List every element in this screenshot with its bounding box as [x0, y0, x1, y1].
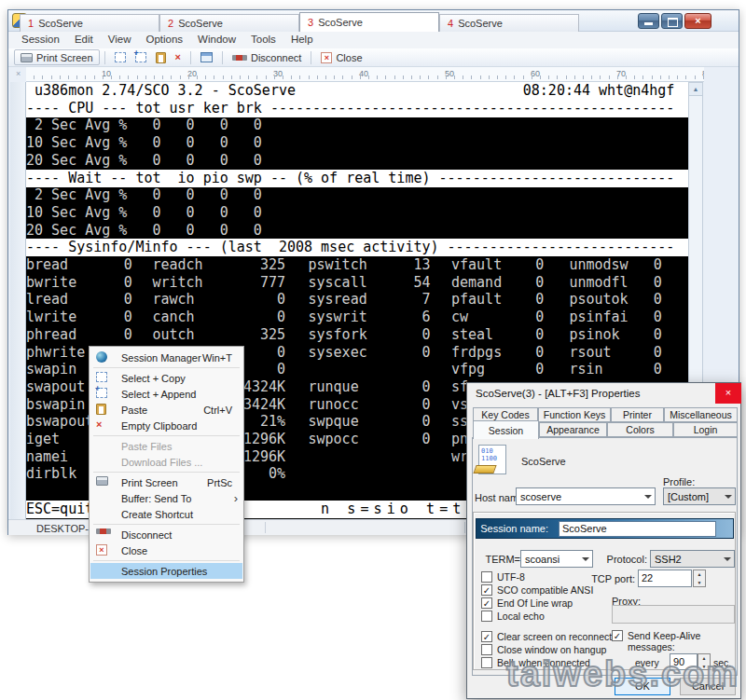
tab-function-keys[interactable]: Function Keys: [538, 407, 611, 422]
paste-button[interactable]: [151, 49, 171, 65]
terminal-text: 0: [421, 344, 430, 362]
toolbar-separator: [104, 51, 105, 64]
proxy-input[interactable]: [612, 605, 735, 624]
context-menu-item-select-append[interactable]: Select + Append: [90, 386, 243, 402]
terminal-text: psoutok: [569, 291, 628, 309]
menu-view[interactable]: View: [101, 32, 139, 48]
context-menu-item-create-shortcut[interactable]: Create Shortcut: [90, 506, 243, 522]
tab-miscellaneous[interactable]: Miscellaneous: [664, 407, 738, 422]
tab-appearance[interactable]: Appearance: [539, 422, 607, 437]
close-button[interactable]: ×: [684, 13, 711, 29]
close-session-button[interactable]: × Close: [316, 49, 366, 65]
context-menu-item-empty-clipboard[interactable]: ×Empty Clipboard: [90, 418, 243, 433]
select-append-button[interactable]: [131, 49, 151, 65]
keepalive-row: ✓ Send Keep-Alive: [612, 629, 700, 642]
checkbox-close-window-on-hangup[interactable]: [481, 644, 492, 655]
terminal-text: rsin: [569, 361, 602, 378]
checkbox-end-of-line-wrap[interactable]: ✓: [481, 597, 492, 609]
terminal-text: iget: [26, 431, 60, 448]
select-append-icon: [96, 388, 107, 398]
select-copy-button[interactable]: [110, 49, 131, 65]
term-combo[interactable]: scoansi: [520, 550, 593, 568]
toolbar-separator: [190, 51, 191, 64]
dialog-close-button[interactable]: ×: [715, 383, 741, 404]
session-name-input[interactable]: ScoServe: [559, 521, 716, 537]
keepalive-checkbox[interactable]: ✓: [612, 630, 623, 641]
tab-printer[interactable]: Printer: [611, 407, 664, 422]
context-menu-item-close[interactable]: ×Close: [90, 542, 243, 558]
session-tab-3[interactable]: 3ScoServe: [299, 12, 439, 32]
profile-combo[interactable]: [Custom]: [663, 487, 736, 505]
paste-icon: [96, 404, 106, 415]
ruler-close-icon[interactable]: ×: [16, 69, 21, 78]
context-menu-item-paste[interactable]: PasteCtrl+V: [90, 402, 243, 418]
menu-tools[interactable]: Tools: [243, 32, 283, 48]
terminal-text: 0: [277, 291, 285, 309]
checkbox-bell-when-connected[interactable]: [481, 657, 492, 668]
tcp-port-spinner[interactable]: ▲▼: [693, 570, 706, 587]
terminal-line: 2 Sec Avg % 0 0 0 0: [26, 117, 688, 134]
session-tab-4[interactable]: 4ScoServe: [439, 14, 579, 32]
context-menu-item-session-manager[interactable]: Session ManagerWin+T: [90, 350, 243, 365]
host-name-combo[interactable]: scoserve: [516, 487, 656, 505]
session-tab-2[interactable]: 2ScoServe: [159, 14, 299, 32]
context-menu-item-download-files[interactable]: Download Files ...: [90, 454, 243, 470]
menu-item-label: Close: [121, 545, 147, 556]
empty-clipboard-button[interactable]: ×: [171, 49, 186, 65]
checkbox-label: Local echo: [497, 611, 545, 622]
checkbox-clear-screen-on-reconnect[interactable]: ✓: [481, 631, 492, 642]
menu-separator: [93, 524, 240, 525]
menu-options[interactable]: Options: [138, 32, 190, 48]
close-icon: ×: [96, 544, 107, 556]
tab-number: 1: [28, 18, 34, 29]
terminal-text: 0: [535, 274, 544, 292]
ruler-number: 80: [698, 69, 704, 78]
print-screen-button[interactable]: Print Screen: [14, 49, 100, 65]
menu-help[interactable]: Help: [283, 32, 321, 48]
menu-item-label: Select + Append: [121, 389, 196, 400]
menu-item-label: Paste: [121, 405, 147, 416]
dialog-title: ScoServe(3) - [ALT+F3] Properties: [476, 388, 641, 399]
context-menu: Session ManagerWin+TSelect + CopySelect …: [89, 346, 244, 583]
profile-label: Profile:: [663, 476, 695, 487]
tab-colors[interactable]: Colors: [607, 422, 673, 437]
menu-edit[interactable]: Edit: [67, 32, 101, 48]
session-name-bar: Session name: ScoServe: [476, 518, 734, 539]
context-menu-item-select-copy[interactable]: Select + Copy: [90, 370, 243, 386]
protocol-combo[interactable]: SSH2: [650, 550, 735, 568]
watermark: taiwebs.com: [506, 654, 739, 694]
tab-login[interactable]: Login: [673, 422, 738, 437]
terminal-text: bswapin: [26, 396, 85, 414]
new-window-button[interactable]: [196, 49, 217, 65]
minimize-button[interactable]: [638, 13, 659, 29]
context-menu-item-disconnect[interactable]: Disconnect: [90, 527, 243, 542]
terminal-text: ---- CPU --- tot usr ker brk -----------…: [26, 100, 674, 117]
session-tab-1[interactable]: 1ScoServe: [20, 14, 159, 32]
scroll-up-icon[interactable]: ▲: [689, 83, 702, 96]
menu-window[interactable]: Window: [190, 32, 243, 48]
terminal-text: 54: [413, 274, 430, 292]
terminal-text: 21%: [260, 413, 285, 431]
menu-session[interactable]: Session: [14, 32, 67, 48]
disconnect-button[interactable]: Disconnect: [228, 49, 306, 65]
context-menu-item-print-screen[interactable]: Print ScreenPrtSc: [90, 474, 243, 490]
context-menu-item-paste-files[interactable]: Paste Files: [90, 438, 243, 454]
terminal-text: sysfork: [309, 326, 367, 344]
context-menu-item-buffer-send-to[interactable]: Buffer: Send To›: [90, 490, 243, 506]
checkbox-sco-compatible-ansi[interactable]: ✓: [481, 584, 492, 596]
checkbox-local-echo[interactable]: [481, 611, 492, 622]
context-menu-item-session-properties[interactable]: Session Properties: [90, 563, 242, 579]
terminal-text: 13: [413, 256, 430, 274]
checkbox-row: Local echo: [481, 610, 593, 623]
checkbox-utf-8[interactable]: [481, 571, 492, 583]
terminal-text: 0 0 0 0: [127, 117, 262, 134]
terminal-text: 2 Sec Avg %: [26, 186, 127, 204]
toolbar-separator: [311, 51, 311, 64]
tab-label: ScoServe: [458, 18, 503, 29]
terminal-text: readch: [152, 256, 202, 274]
terminal-text: 0: [421, 431, 430, 448]
disconnect-icon: [96, 528, 111, 534]
tcp-port-input[interactable]: 22: [638, 570, 692, 587]
tab-session[interactable]: Session: [473, 420, 539, 439]
maximize-button[interactable]: [661, 13, 683, 29]
